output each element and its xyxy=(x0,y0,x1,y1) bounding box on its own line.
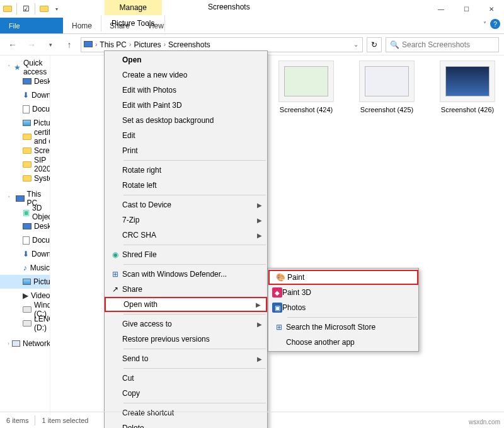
paint3d-icon: ◆ xyxy=(272,287,282,298)
nav-sip2020[interactable]: SIP 2020 xyxy=(0,158,50,171)
minimize-button[interactable]: — xyxy=(428,0,454,18)
share-icon: ↗ xyxy=(108,285,122,294)
file-item[interactable]: Screenshot (424) xyxy=(275,61,338,113)
search-input[interactable]: 🔍 Search Screenshots xyxy=(386,37,499,52)
breadcrumb-pictures[interactable]: Pictures xyxy=(134,40,161,49)
chevron-down-icon[interactable]: ⌄ xyxy=(352,41,360,48)
file-item[interactable]: Screenshot (426) xyxy=(436,61,499,113)
contextual-tab-group: Manage Picture Tools xyxy=(101,0,165,32)
chevron-right-icon: ▶ xyxy=(257,232,262,239)
ctx-defender[interactable]: ⊞Scan with Windows Defender... xyxy=(105,267,267,282)
quick-access-toolbar: ☑ ▾ xyxy=(0,0,64,18)
nav-back-button[interactable]: ← xyxy=(5,37,20,52)
window-title: Screenshots xyxy=(208,3,250,11)
ctx-restore-versions[interactable]: Restore previous versions xyxy=(105,332,267,347)
nav-downloads[interactable]: ⬇Downloads xyxy=(0,88,50,102)
ctx-edit[interactable]: Edit xyxy=(105,128,267,143)
store-icon: ⊞ xyxy=(272,323,286,332)
breadcrumb[interactable]: › This PC › Pictures › Screenshots ⌄ xyxy=(81,37,363,52)
nav-up-button[interactable]: ↑ xyxy=(62,37,77,52)
ctx-share[interactable]: ↗Share xyxy=(105,282,267,297)
qat-dropdown-icon[interactable]: ▾ xyxy=(52,4,62,14)
nav-certificates[interactable]: certificates and offe xyxy=(0,130,50,144)
nav-recent-dropdown[interactable]: ▾ xyxy=(43,37,58,52)
status-selected-count: 1 item selected xyxy=(42,417,88,424)
ctx-rotate-right[interactable]: Rotate right xyxy=(105,163,267,178)
chevron-right-icon[interactable]: › xyxy=(163,41,167,48)
ctx-shred[interactable]: ◉Shred File xyxy=(105,247,267,262)
ctx-cut[interactable]: Cut xyxy=(105,371,267,386)
watermark: wsxdn.com xyxy=(469,419,500,425)
ctx-rotate-left[interactable]: Rotate left xyxy=(105,178,267,193)
status-bar: 6 items 1 item selected xyxy=(0,412,504,428)
ribbon-tabs: File Home Share View xyxy=(0,18,504,34)
ctx-open[interactable]: Open xyxy=(105,52,267,67)
ctx-set-background[interactable]: Set as desktop background xyxy=(105,113,267,128)
nav-desktop[interactable]: Desktop xyxy=(0,74,50,88)
chevron-right-icon: ▶ xyxy=(257,217,262,224)
tab-home[interactable]: Home xyxy=(63,18,101,33)
status-item-count: 6 items xyxy=(6,417,28,424)
submenu-paint3d[interactable]: ◆Paint 3D xyxy=(268,285,418,300)
nav-forward-button[interactable]: → xyxy=(24,37,39,52)
help-icon[interactable]: ? xyxy=(490,19,500,29)
submenu-paint[interactable]: 🎨Paint xyxy=(268,270,418,285)
submenu-store[interactable]: ⊞Search the Microsoft Store xyxy=(268,320,418,335)
folder-icon xyxy=(3,4,13,14)
ctx-7zip[interactable]: 7-Zip▶ xyxy=(105,212,267,228)
ctx-open-with[interactable]: Open with▶ xyxy=(105,297,267,312)
ctx-print[interactable]: Print xyxy=(105,143,267,158)
chevron-right-icon[interactable]: › xyxy=(94,41,98,48)
ctx-cast[interactable]: Cast to Device▶ xyxy=(105,197,267,212)
ctx-edit-paint3d[interactable]: Edit with Paint 3D xyxy=(105,98,267,113)
nav-system32[interactable]: System32 xyxy=(0,171,50,185)
chevron-right-icon[interactable]: › xyxy=(128,41,132,48)
paint-icon: 🎨 xyxy=(273,273,287,282)
nav-music[interactable]: ♪Music xyxy=(0,261,50,275)
file-name: Screenshot (425) xyxy=(360,106,413,113)
chevron-right-icon: ▶ xyxy=(256,301,261,308)
refresh-button[interactable]: ↻ xyxy=(367,37,382,52)
ctx-give-access[interactable]: Give access to▶ xyxy=(105,316,267,332)
breadcrumb-screenshots[interactable]: Screenshots xyxy=(168,40,210,49)
search-icon: 🔍 xyxy=(390,40,399,49)
nav-3d-objects[interactable]: ▣3D Objects xyxy=(0,205,50,219)
properties-qat-icon[interactable]: ☑ xyxy=(21,4,31,14)
submenu-photos[interactable]: ▣Photos xyxy=(268,300,418,315)
tab-file[interactable]: File xyxy=(0,18,63,33)
nav-network[interactable]: ›Network xyxy=(0,337,50,350)
open-with-submenu: 🎨Paint ◆Paint 3D ▣Photos ⊞Search the Mic… xyxy=(268,268,419,352)
context-group-label: Manage xyxy=(105,0,162,15)
maximize-button[interactable]: ☐ xyxy=(454,0,479,18)
nav-drive-d[interactable]: LENOVO (D:) xyxy=(0,316,50,330)
nav-desktop-pc[interactable]: Desktop xyxy=(0,219,50,233)
chevron-right-icon: ▶ xyxy=(257,321,262,328)
context-tab-picture-tools[interactable]: Picture Tools xyxy=(101,15,165,32)
nav-downloads-pc[interactable]: ⬇Downloads xyxy=(0,247,50,261)
navigation-pane: ˅★Quick access Desktop ⬇Downloads Docume… xyxy=(0,55,50,415)
nav-quick-access[interactable]: ˅★Quick access xyxy=(0,61,50,74)
file-name: Screenshot (424) xyxy=(280,106,333,113)
ctx-crc[interactable]: CRC SHA▶ xyxy=(105,228,267,243)
file-item[interactable]: Screenshot (425) xyxy=(355,61,418,113)
submenu-choose-app[interactable]: Choose another app xyxy=(268,335,418,350)
breadcrumb-this-pc[interactable]: This PC xyxy=(100,40,127,49)
nav-pictures-pc[interactable]: Pictures xyxy=(0,275,50,289)
ctx-edit-photos[interactable]: Edit with Photos xyxy=(105,83,267,98)
chevron-right-icon: ▶ xyxy=(257,356,262,362)
ctx-create-video[interactable]: Create a new video xyxy=(105,67,267,83)
shred-icon: ◉ xyxy=(108,250,122,259)
ctx-copy[interactable]: Copy xyxy=(105,386,267,401)
nav-documents[interactable]: Documents xyxy=(0,102,50,116)
new-folder-qat-icon[interactable] xyxy=(39,4,49,14)
window-controls: — ☐ ✕ xyxy=(428,0,504,18)
close-button[interactable]: ✕ xyxy=(479,0,504,18)
ribbon-expand-icon[interactable]: ˅ xyxy=(483,21,486,28)
search-placeholder: Search Screenshots xyxy=(402,40,470,49)
chevron-right-icon: ▶ xyxy=(257,202,262,209)
nav-documents-pc[interactable]: Documents xyxy=(0,233,50,247)
ctx-send-to[interactable]: Send to▶ xyxy=(105,351,267,366)
context-menu: Open Create a new video Edit with Photos… xyxy=(104,50,268,428)
title-bar: ☑ ▾ — ☐ ✕ xyxy=(0,0,504,18)
breadcrumb-pc-icon xyxy=(84,40,93,49)
